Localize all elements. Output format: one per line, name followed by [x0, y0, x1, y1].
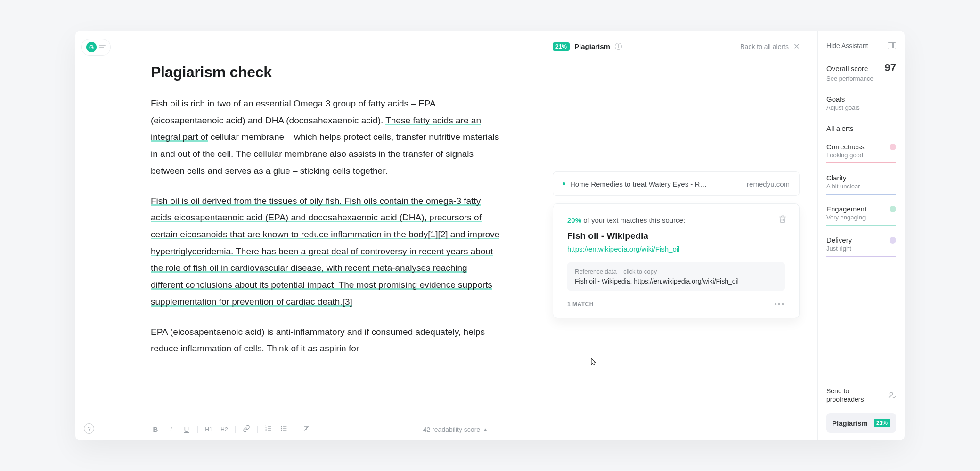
match-percent-line: 20% of your text matches this source:	[567, 216, 785, 224]
plagiarism-pill-pct: 21%	[874, 419, 890, 427]
status-correctness[interactable]: Correctness Looking good	[826, 143, 896, 163]
source-card-title: Fish oil - Wikipedia	[567, 231, 785, 241]
reference-copy-box[interactable]: Reference data – click to copy Fish oil …	[567, 262, 785, 291]
toolbar-separator	[257, 426, 258, 433]
status-engagement[interactable]: Engagement Very engaging	[826, 205, 896, 226]
readability-label: 42 readability score	[423, 426, 480, 433]
plagiarism-percent-badge: 21%	[553, 42, 570, 51]
hide-assistant-button[interactable]: Hide Assistant	[826, 42, 896, 49]
status-title: Clarity	[826, 174, 896, 182]
underline-button[interactable]: U	[182, 425, 191, 433]
send-to-proofreaders-button[interactable]: Send to proofreaders	[826, 382, 896, 408]
svg-point-9	[281, 426, 282, 427]
toolbar-separator	[197, 426, 198, 433]
clear-formatting-button[interactable]	[302, 425, 311, 434]
alert-detail-column: 21% Plagiarism i Back to all alerts ✕ Ho…	[544, 31, 817, 440]
source-title: Home Remedies to treat Watery Eyes - R…	[570, 180, 733, 188]
link-button[interactable]	[242, 425, 251, 434]
h1-button[interactable]: H1	[204, 426, 213, 433]
status-title: Correctness	[826, 143, 896, 151]
grammarly-logo-icon: G	[86, 42, 97, 52]
toolbar-separator	[295, 426, 295, 433]
paragraph-2: Fish oil is oil derived from the tissues…	[151, 193, 502, 310]
assistant-sidebar: Hide Assistant Overall score 97 See perf…	[817, 31, 905, 440]
match-count: 1 MATCH	[567, 301, 594, 308]
highlighted-run: Fish oil is oil derived from the tissues…	[151, 196, 499, 307]
alert-type-label: Plagiarism	[574, 42, 610, 50]
svg-point-10	[281, 428, 282, 429]
adjust-goals-link: Adjust goals	[826, 104, 896, 111]
status-delivery[interactable]: Delivery Just right	[826, 236, 896, 257]
plagiarism-sidebar-button[interactable]: Plagiarism 21%	[826, 413, 896, 433]
status-subtitle: Looking good	[826, 152, 896, 159]
match-percent-suffix: of your text matches this source:	[581, 216, 685, 224]
panel-toggle-icon	[888, 42, 896, 49]
bold-button[interactable]: B	[151, 425, 160, 433]
proofreaders-label: Send to proofreaders	[826, 387, 864, 404]
hide-assistant-label: Hide Assistant	[826, 42, 868, 49]
overall-score-value: 97	[885, 62, 896, 74]
toolbar-separator	[235, 426, 236, 433]
status-badge-icon	[890, 206, 896, 212]
numbered-list-button[interactable]: 123	[264, 425, 273, 434]
paragraph-1: Fish oil is rich in two of an essential …	[151, 95, 502, 179]
goals-section[interactable]: Goals Adjust goals	[826, 95, 896, 111]
status-title: Engagement	[826, 205, 896, 213]
editor-toolbar: B I U H1 H2 123 42 readability score	[151, 418, 502, 440]
proofreader-icon	[888, 391, 896, 399]
source-url-link[interactable]: https://en.wikipedia.org/wiki/Fish_oil	[567, 245, 785, 253]
svg-point-13	[890, 392, 893, 395]
plagiarism-source-card: 20% of your text matches this source: Fi…	[553, 203, 800, 318]
readability-score[interactable]: 42 readability score ▲	[423, 426, 488, 433]
see-performance-link: See performance	[826, 75, 896, 82]
document-title: Plagiarism check	[151, 64, 502, 81]
svg-point-11	[281, 430, 282, 430]
trash-icon[interactable]	[778, 214, 787, 224]
logo-menu-pill[interactable]: G	[81, 39, 111, 56]
goals-label: Goals	[826, 95, 896, 103]
bullet-list-button[interactable]	[279, 425, 289, 434]
overall-score-section[interactable]: Overall score 97 See performance	[826, 62, 896, 82]
result-dot-icon	[563, 182, 565, 185]
reference-label: Reference data – click to copy	[575, 268, 777, 275]
status-subtitle: Just right	[826, 245, 896, 252]
close-icon[interactable]: ✕	[793, 42, 800, 51]
all-alerts-label: All alerts	[826, 124, 896, 132]
source-domain: — remedyu.com	[738, 180, 790, 188]
document-body[interactable]: Fish oil is rich in two of an essential …	[151, 95, 502, 418]
help-icon[interactable]: ?	[84, 423, 94, 434]
plagiarism-pill-label: Plagiarism	[832, 419, 868, 427]
card-footer: 1 MATCH •••	[567, 300, 785, 309]
back-to-alerts-link[interactable]: Back to all alerts ✕	[740, 42, 800, 51]
overall-score-label: Overall score	[826, 65, 868, 73]
paragraph-3: EPA (eicosapentaenoic acid) is anti-infl…	[151, 324, 502, 357]
status-title: Delivery	[826, 236, 896, 244]
editor-column: ? Plagiarism check Fish oil is rich in t…	[75, 31, 544, 440]
alert-detail-header: 21% Plagiarism i Back to all alerts ✕	[553, 42, 800, 51]
cursor-icon	[591, 358, 597, 366]
reference-text: Fish oil - Wikipedia. https://en.wikiped…	[575, 277, 777, 285]
status-badge-icon	[890, 237, 896, 244]
svg-text:3: 3	[265, 429, 267, 431]
menu-icon	[99, 45, 106, 49]
all-alerts-link[interactable]: All alerts	[826, 124, 896, 132]
status-subtitle: A bit unclear	[826, 183, 896, 190]
back-link-label: Back to all alerts	[740, 43, 789, 50]
more-options-icon[interactable]: •••	[774, 300, 785, 309]
info-icon[interactable]: i	[615, 43, 622, 50]
app-window: G ? Plagiarism check Fish oil is rich in…	[75, 31, 905, 440]
source-result-row[interactable]: Home Remedies to treat Watery Eyes - R… …	[553, 171, 800, 196]
h2-button[interactable]: H2	[220, 426, 229, 433]
status-clarity[interactable]: Clarity A bit unclear	[826, 174, 896, 195]
status-subtitle: Very engaging	[826, 214, 896, 221]
status-badge-icon	[890, 144, 896, 150]
italic-button[interactable]: I	[166, 425, 176, 433]
match-percent: 20%	[567, 216, 581, 224]
